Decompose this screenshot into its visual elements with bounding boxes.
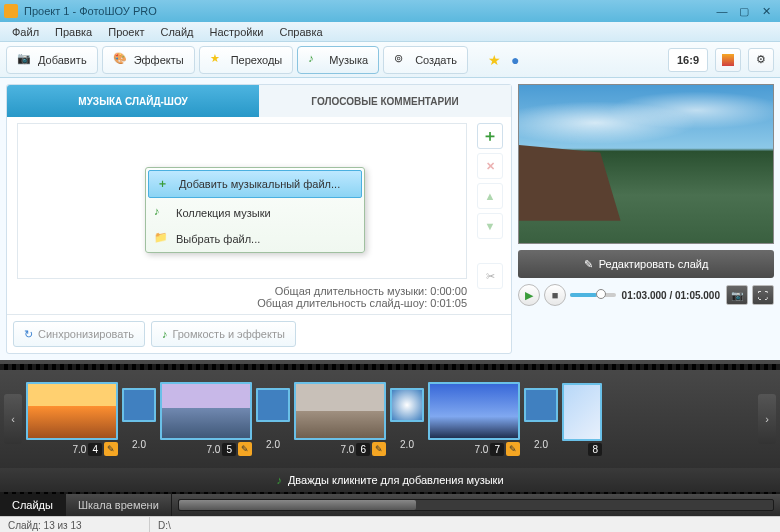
snapshot-button[interactable]: 📷 [726,285,748,305]
remove-track-button[interactable]: ✕ [477,153,503,179]
scrollbar-thumb[interactable] [179,500,417,510]
transitions-button[interactable]: ★ Переходы [199,46,294,74]
slide-edit-button[interactable]: ✎ [506,442,520,456]
transition-thumbnail[interactable] [256,388,290,422]
preview-panel: ✎ Редактировать слайд ▶ ■ 01:03.000 / 01… [518,84,774,354]
tab-slides-view[interactable]: Слайды [0,494,66,516]
globe-icon[interactable]: ● [511,52,519,68]
menu-slide[interactable]: Слайд [152,24,201,40]
slide-thumbnail[interactable] [160,382,252,440]
dropdown-choose-file[interactable]: 📁 Выбрать файл... [146,226,364,252]
fullscreen-button[interactable]: ⛶ [752,285,774,305]
tab-music-slideshow[interactable]: МУЗЫКА СЛАЙД-ШОУ [7,85,259,117]
dur-music-label: Общая длительность музыки: [275,285,428,297]
add-track-button[interactable]: ＋ [477,123,503,149]
timeline-slide[interactable]: 7.05✎ [160,382,252,456]
move-up-button[interactable]: ▲ [477,183,503,209]
slide-edit-button[interactable]: ✎ [372,442,386,456]
timeline-slide[interactable]: 7.04✎ [26,382,118,456]
pencil-icon: ✎ [241,444,249,454]
tab-voice-comments[interactable]: ГОЛОСОВЫЕ КОММЕНТАРИИ [259,85,511,117]
color-theme-button[interactable] [715,48,741,72]
timeline-scroll-left[interactable]: ‹ [4,394,22,444]
volume-effects-button[interactable]: ♪ Громкость и эффекты [151,321,296,347]
transitions-label: Переходы [231,54,283,66]
create-label: Создать [415,54,457,66]
timeline-slide[interactable]: 7.06✎ [294,382,386,456]
timeline-scroll-right[interactable]: › [758,394,776,444]
dropdown-add-music-file[interactable]: ＋ Добавить музыкальный файл... [148,170,362,198]
swatch-icon [722,54,734,66]
seek-slider[interactable] [570,293,616,297]
transition-block[interactable]: 2.0 [390,388,424,450]
slide-thumbnail[interactable] [26,382,118,440]
transition-block[interactable]: 2.0 [122,388,156,450]
slide-thumbnail[interactable] [562,383,602,441]
tab-timeline-label: Шкала времени [78,499,159,511]
camera-icon: 📷 [731,290,743,301]
pencil-icon: ✎ [375,444,383,454]
transition-thumbnail[interactable] [524,388,558,422]
transition-thumbnail[interactable] [122,388,156,422]
aspect-ratio-button[interactable]: 16:9 [668,48,708,72]
tab-voice-label: ГОЛОСОВЫЕ КОММЕНТАРИИ [311,96,458,107]
toolbar: 📷 Добавить 🎨 Эффекты ★ Переходы ♪ Музыка… [0,42,780,78]
effects-button[interactable]: 🎨 Эффекты [102,46,195,74]
menu-edit[interactable]: Правка [47,24,100,40]
music-note-icon: ♪ [154,205,170,221]
folder-icon: 📁 [154,231,170,247]
slide-duration: 7.0 [73,444,87,455]
move-down-button[interactable]: ▼ [477,213,503,239]
menu-project[interactable]: Проект [100,24,152,40]
status-slide-count: Слайд: 13 из 13 [0,517,150,532]
music-note-icon: ♪ [162,328,168,340]
timeline-slide[interactable]: 8 [562,383,602,456]
slide-number: 7 [490,443,504,456]
add-label: Добавить [38,54,87,66]
horizontal-scrollbar[interactable] [172,494,780,516]
dropdown-add-label: Добавить музыкальный файл... [179,178,340,190]
preview-image[interactable] [518,84,774,244]
edit-slide-button[interactable]: ✎ Редактировать слайд [518,250,774,278]
music-button[interactable]: ♪ Музыка [297,46,379,74]
dropdown-music-collection[interactable]: ♪ Коллекция музыки [146,200,364,226]
music-track-row[interactable]: ♪ Дважды кликните для добавления музыки [0,468,780,492]
settings-button[interactable]: ⚙ [748,48,774,72]
x-icon: ✕ [486,160,495,173]
duration-info: Общая длительность музыки: 0:00:00 Общая… [257,285,467,309]
slides-row: 7.04✎ 2.0 7.05✎ 2.0 7.06✎ 2.0 7.07✎ 2.0 [22,382,758,456]
dropdown-collection-label: Коллекция музыки [176,207,271,219]
transition-block[interactable]: 2.0 [524,388,558,450]
dur-music-value: 0:00:00 [430,285,467,297]
edit-slide-label: Редактировать слайд [599,258,709,270]
volume-label: Громкость и эффекты [172,328,284,340]
transition-thumbnail[interactable] [390,388,424,422]
slide-edit-button[interactable]: ✎ [238,442,252,456]
play-button[interactable]: ▶ [518,284,540,306]
slide-thumbnail[interactable] [294,382,386,440]
tab-timeline-view[interactable]: Шкала времени [66,494,172,516]
transition-duration: 2.0 [132,439,146,450]
slide-thumbnail[interactable] [428,382,520,440]
maximize-button[interactable]: ▢ [734,4,754,18]
slide-edit-button[interactable]: ✎ [104,442,118,456]
timeline-slide[interactable]: 7.07✎ [428,382,520,456]
trim-track-button[interactable]: ✂ [477,263,503,289]
minimize-button[interactable]: — [712,4,732,18]
menu-file[interactable]: Файл [4,24,47,40]
add-button[interactable]: 📷 Добавить [6,46,98,74]
close-button[interactable]: ✕ [756,4,776,18]
tab-music-label: МУЗЫКА СЛАЙД-ШОУ [78,96,187,107]
menu-settings[interactable]: Настройки [202,24,272,40]
favorite-icon[interactable]: ★ [488,52,501,68]
sync-icon: ↻ [24,328,33,341]
create-button[interactable]: ⊚ Создать [383,46,468,74]
pencil-icon: ✎ [584,258,593,271]
plus-icon: ＋ [157,176,173,192]
stop-button[interactable]: ■ [544,284,566,306]
sync-button[interactable]: ↻ Синхронизировать [13,321,145,347]
menu-help[interactable]: Справка [271,24,330,40]
transition-block[interactable]: 2.0 [256,388,290,450]
status-path: D:\ [150,517,780,532]
camera-icon: 📷 [17,52,33,68]
